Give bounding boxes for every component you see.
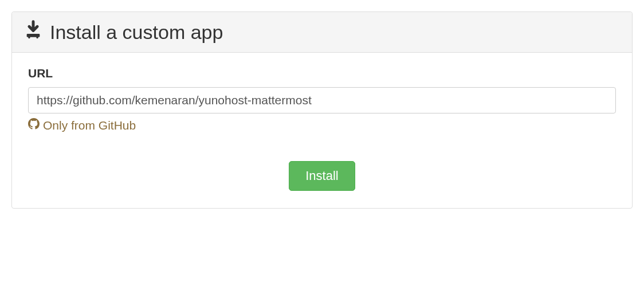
svg-rect-0 bbox=[27, 34, 40, 37]
panel-header: Install a custom app bbox=[12, 12, 632, 53]
github-icon bbox=[28, 118, 40, 132]
url-input[interactable] bbox=[28, 87, 616, 113]
download-icon bbox=[23, 20, 43, 44]
help-text: Only from GitHub bbox=[28, 118, 616, 132]
svg-point-2 bbox=[36, 37, 38, 38]
help-text-label: Only from GitHub bbox=[43, 119, 136, 132]
install-custom-app-panel: Install a custom app URL Only from GitHu… bbox=[11, 11, 633, 209]
button-row: Install bbox=[28, 161, 616, 191]
panel-title-text: Install a custom app bbox=[50, 21, 223, 44]
svg-point-1 bbox=[28, 37, 30, 38]
panel-body: URL Only from GitHub Install bbox=[12, 53, 632, 208]
panel-title: Install a custom app bbox=[23, 20, 621, 44]
url-label: URL bbox=[28, 66, 616, 80]
install-button[interactable]: Install bbox=[289, 161, 355, 191]
